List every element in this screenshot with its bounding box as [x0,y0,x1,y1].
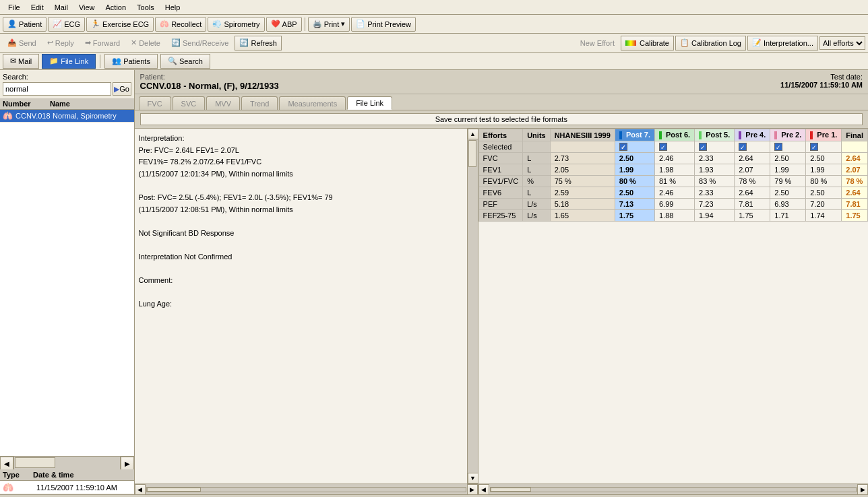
fev1-pre4: 2.07 [735,164,770,176]
scroll-track-h [13,457,121,469]
recollect-button[interactable]: 🫁 Recollect [155,17,206,32]
menu-tools[interactable]: Tools [131,2,160,13]
col-post7-header: Post 7. [615,129,654,141]
col-pre2-header: Pre 2. [770,129,806,141]
selected-pre1[interactable]: ✓ [806,141,842,153]
fef2575-nhanes: 1.65 [550,210,615,222]
efforts-scrollbar-h: ◀ ▶ [478,484,868,494]
menu-file[interactable]: File [3,2,26,13]
menu-edit[interactable]: Edit [26,2,49,13]
ecg-button[interactable]: 📈 ECG [48,17,85,32]
secondary-toolbar: 📤 Send ↩ Reply ➡ Forward ✕ Delete 🔄 Send… [0,34,868,53]
scroll-thumb-handle[interactable] [468,140,476,167]
pef-pre1: 7.20 [806,199,842,210]
fev1fvc-nhanes: 75 % [550,176,615,187]
scroll-left-interp-btn[interactable]: ◀ [135,484,146,495]
go-button[interactable]: ▶ Go [113,82,131,96]
col-final-header: Final [842,129,868,141]
tab-filelink[interactable]: File Link [347,96,392,110]
exercise-ecg-button[interactable]: 🏃 Exercise ECG [86,17,154,32]
tab-mvv[interactable]: MVV [206,96,240,110]
main-layout: Search: ▶ Go Number Name 🫁 CCNV.018 Norm… [0,70,868,494]
forward-button[interactable]: ➡ Forward [80,36,125,51]
efforts-dropdown[interactable]: All efforts [819,36,865,50]
scroll-thumb[interactable] [15,457,55,468]
scroll-thumb-v [468,139,478,473]
efforts-scroll-thumb-h[interactable] [491,488,531,492]
search-input[interactable] [3,82,111,96]
interpretation-button[interactable]: 📝 Interpretation... [747,36,818,51]
patient-button[interactable]: 👤 Patient [3,17,46,32]
checkbox-post6[interactable]: ✓ [659,143,667,151]
spirometry-icon: 💨 [212,20,222,28]
fev6-pre1: 2.50 [806,187,842,199]
patients-tab[interactable]: 👥 Patients [104,54,158,69]
tab-trend[interactable]: Trend [241,96,278,110]
checkbox-pre1[interactable]: ✓ [810,143,818,151]
selected-post5[interactable]: ✓ [695,141,735,153]
menu-view[interactable]: View [73,2,100,13]
spirometry-button[interactable]: 💨 Spirometry [208,17,264,32]
file-link-nav-tab[interactable]: 📁 File Link [42,54,96,69]
fef2575-pre4: 1.75 [735,210,770,222]
scroll-left-btn[interactable]: ◀ [0,457,13,470]
reply-button[interactable]: ↩ Reply [42,36,79,51]
selected-post7[interactable]: ✓ [615,141,654,153]
selected-pre4[interactable]: ✓ [735,141,770,153]
scroll-right-interp-btn[interactable]: ▶ [467,484,478,495]
print-button[interactable]: 🖨️ Print ▾ [308,17,350,32]
scroll-down-btn[interactable]: ▼ [468,473,478,484]
menu-action[interactable]: Action [100,2,132,13]
send-button[interactable]: 📤 Send [3,36,41,51]
toolbar-sep1 [305,18,305,31]
tab-svc[interactable]: SVC [173,96,206,110]
fev1-post7: 1.99 [615,164,654,176]
menu-mail[interactable]: Mail [49,2,73,13]
send-receive-icon: 🔄 [171,38,181,47]
menu-help[interactable]: Help [160,2,186,13]
tab-measurements[interactable]: Measurements [279,96,346,110]
scroll-up-btn[interactable]: ▲ [468,129,478,139]
selected-post6[interactable]: ✓ [654,141,694,153]
interpretation-text-area[interactable]: Interpretation: Pre: FVC= 2.64L FEV1= 2.… [135,129,467,484]
tab-fvc[interactable]: FVC [139,96,171,110]
menu-bar: File Edit Mail View Action Tools Help [0,0,868,15]
test-date-value: 11/15/2007 11:59:10 AM [780,81,863,89]
interp-scrollbar-v[interactable]: ▲ ▼ [467,129,478,484]
patient-info: Patient: CCNV.018 - Normal, (F), 9/12/19… [140,73,279,91]
refresh-button[interactable]: 🔄 Refresh [235,36,282,51]
new-effort-button[interactable]: New Effort [576,36,619,51]
list-item[interactable]: 🫁 CCNV.018 Normal, Spirometry [0,110,134,123]
checkbox-pre2[interactable]: ✓ [774,143,782,151]
checkbox-post7[interactable]: ✓ [619,143,627,151]
table-row: FEV1 L 2.05 1.99 1.98 1.93 2.07 1.99 1.9… [478,164,867,176]
search-tab[interactable]: 🔍 Search [160,54,210,69]
calibration-log-icon: 📋 [680,38,689,47]
fev1-post5: 1.93 [695,164,735,176]
patient-icon: 👤 [7,20,17,28]
test-date-label: Test date: [780,73,863,81]
ecg-icon: 📈 [53,20,62,28]
checkbox-post5[interactable]: ✓ [699,143,707,151]
search-label: Search: [3,73,131,81]
log-item[interactable]: 🫁 11/15/2007 11:59:10 AM [0,481,134,494]
scroll-right-btn[interactable]: ▶ [121,457,134,470]
calibration-log-button[interactable]: 📋 Calibration Log [675,36,746,51]
calibrate-button[interactable]: Calibrate [621,36,674,51]
abp-button[interactable]: ❤️ ABP [266,17,302,32]
send-receive-button[interactable]: 🔄 Send/Receive [166,36,234,51]
col-number-header: Number [3,100,50,108]
table-row: FVC L 2.73 2.50 2.46 2.33 2.64 2.50 2.50… [478,153,867,164]
efforts-table-area[interactable]: Efforts Units NHANESIII 1999 Post 7. Pos… [478,129,868,484]
fev6-post7: 2.50 [615,187,654,199]
print-preview-button[interactable]: 📄 Print Preview [351,17,416,32]
selected-pre2[interactable]: ✓ [770,141,806,153]
scroll-thumb-interp-h[interactable] [147,488,201,492]
mail-tab[interactable]: ✉ Mail [3,54,39,69]
efforts-scroll-left-btn[interactable]: ◀ [478,484,489,495]
fvc-nhanes: 2.73 [550,153,615,164]
pef-post5: 7.23 [695,199,735,210]
efforts-scroll-right-btn[interactable]: ▶ [857,484,868,495]
checkbox-pre4[interactable]: ✓ [739,143,747,151]
delete-button[interactable]: ✕ Delete [126,36,165,51]
